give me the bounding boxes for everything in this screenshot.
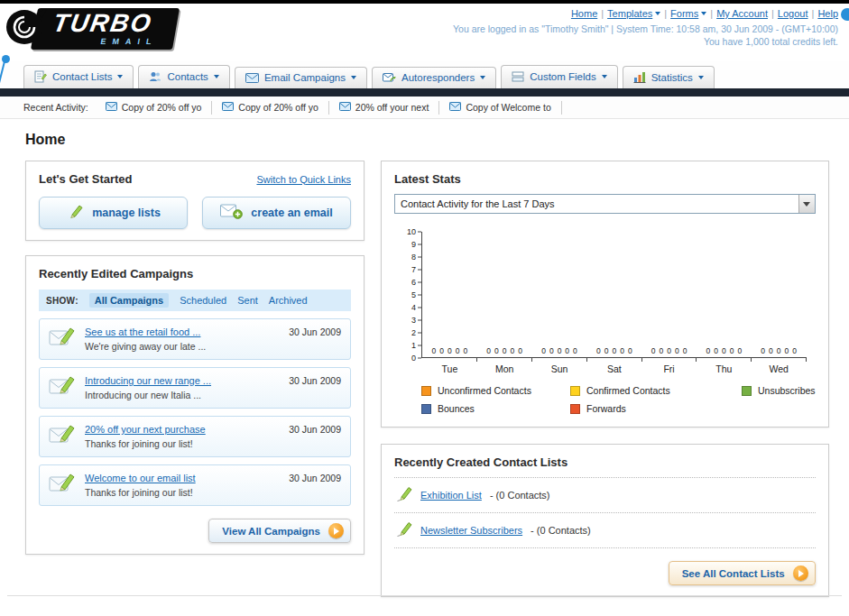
nav-logout-link[interactable]: Logout — [778, 8, 808, 19]
filter-all-campaigns[interactable]: All Campaigns — [89, 293, 169, 308]
logo-subtitle: EMAIL — [50, 38, 159, 46]
tab-autoresponders[interactable]: Autoresponders — [372, 67, 496, 88]
tab-statistics[interactable]: Statistics — [623, 66, 715, 88]
contact-list-meta: - (0 Contacts) — [490, 490, 550, 501]
chart-day-group: 00000Thu — [697, 232, 752, 357]
chevron-down-icon — [698, 76, 704, 79]
chevron-down-icon — [351, 76, 356, 79]
chevron-down-icon — [480, 76, 485, 79]
chart-day-group: 00000Sun — [532, 232, 587, 357]
recent-activity-item[interactable]: Copy of Welcome to — [439, 101, 561, 115]
contact-list-item: Newsletter Subscribers - (0 Contacts) — [394, 513, 816, 548]
stats-period-select[interactable]: Contact Activity for the Last 7 Days — [394, 194, 816, 214]
legend-label: Forwards — [586, 403, 626, 414]
legend-swatch — [570, 386, 580, 396]
envelope-pencil-icon — [49, 472, 76, 497]
select-dropdown-box — [798, 195, 815, 213]
chart-day-group: 00000Fri — [641, 232, 697, 357]
recent-activity-text: Copy of 20% off yo — [122, 102, 202, 113]
legend-swatch — [570, 404, 580, 414]
nav-forms-link[interactable]: Forms — [670, 8, 706, 19]
chart-value-labels: 00000 — [422, 347, 477, 355]
tab-label: Autoresponders — [401, 72, 475, 83]
chevron-down-icon — [117, 75, 123, 78]
create-email-button[interactable]: create an email — [202, 197, 351, 229]
nav-separator: | — [664, 8, 667, 19]
chart-x-label: Fri — [641, 363, 697, 374]
contact-list-name-link[interactable]: Newsletter Subscribers — [420, 525, 522, 536]
nav-templates-link[interactable]: Templates — [607, 8, 660, 19]
recent-activity-item[interactable]: 20% off your next — [329, 101, 440, 115]
contact-list-name-link[interactable]: Exhibition List — [420, 490, 482, 501]
manage-lists-button[interactable]: manage lists — [39, 197, 188, 229]
campaign-title-link[interactable]: Introducing our new range ... — [85, 375, 211, 386]
recent-activity-item[interactable]: Copy of 20% off yo — [212, 101, 329, 115]
nav-home-link[interactable]: Home — [571, 8, 597, 19]
campaign-title-link[interactable]: See us at the retail food ... — [85, 326, 206, 337]
stats-period-value: Contact Activity for the Last 7 Days — [401, 198, 555, 209]
y-axis-tick: 4 — [411, 304, 421, 312]
app-logo[interactable]: TURBO EMAIL — [5, 7, 176, 51]
chart-x-label: Mon — [477, 363, 532, 374]
show-label: SHOW: — [46, 296, 78, 306]
recent-campaigns-panel: Recently Edited Campaigns SHOW: All Camp… — [25, 255, 365, 555]
tab-label: Contacts — [167, 71, 208, 82]
envelope-plus-icon — [220, 204, 243, 222]
chart-day-group: 00000Sat — [586, 232, 641, 357]
y-axis-tick: 5 — [411, 291, 421, 299]
legend-label: Unsubscribes — [758, 385, 816, 396]
envelope-pencil-icon — [49, 326, 76, 351]
chart-x-label: Tue — [422, 363, 477, 374]
envelope-icon — [339, 102, 351, 113]
chart-value-labels: 00000 — [641, 347, 697, 355]
nav-templates-label: Templates — [607, 8, 652, 19]
recent-activity-item[interactable]: Copy of 20% off yo — [96, 101, 213, 115]
y-axis-tick: 7 — [411, 266, 421, 274]
envelope-icon — [106, 102, 117, 113]
recent-campaigns-title: Recently Edited Campaigns — [39, 267, 351, 280]
see-all-contact-lists-button[interactable]: See All Contact Lists — [669, 561, 816, 585]
campaign-title-link[interactable]: 20% off your next purchase — [85, 424, 206, 435]
switch-quick-links-link[interactable]: Switch to Quick Links — [256, 174, 351, 185]
manage-lists-label: manage lists — [92, 207, 161, 219]
campaign-date: 30 Jun 2009 — [289, 424, 341, 435]
chevron-down-icon — [602, 75, 607, 78]
pencil-icon — [396, 486, 412, 504]
filter-sent[interactable]: Sent — [237, 295, 258, 306]
filter-scheduled[interactable]: Scheduled — [180, 295, 226, 306]
chevron-down-icon — [214, 75, 219, 78]
nav-separator: | — [710, 8, 713, 19]
right-column: Latest Stats Contact Activity for the La… — [381, 161, 829, 597]
legend-item: Forwards — [570, 403, 742, 414]
campaign-title-link[interactable]: Welcome to our email list — [85, 473, 196, 483]
view-all-campaigns-button[interactable]: View All Campaigns — [208, 519, 351, 543]
nav-separator: | — [771, 8, 774, 19]
y-axis-tick: 8 — [411, 253, 421, 262]
tab-email-campaigns[interactable]: Email Campaigns — [235, 67, 367, 88]
y-axis-tick: 0 — [411, 354, 421, 363]
tab-label: Statistics — [651, 72, 693, 83]
tab-contact-lists[interactable]: Contact Lists — [23, 65, 134, 88]
envelope-pencil-icon — [49, 374, 76, 400]
chart-x-label: Thu — [697, 363, 752, 374]
logo-box: TURBO EMAIL — [31, 8, 180, 50]
nav-help-link[interactable]: Help — [817, 8, 838, 19]
app-page: TURBO EMAIL Home | Templates | Forms | M… — [0, 0, 849, 616]
campaign-row: 20% off your next purchase Thanks for jo… — [39, 416, 351, 457]
top-nav: Home | Templates | Forms | My Account | … — [453, 8, 838, 19]
nav-my-account-link[interactable]: My Account — [716, 8, 768, 19]
legend-item: Bounces — [421, 403, 570, 414]
contacts-icon — [149, 70, 161, 83]
y-axis-tick: 1 — [411, 342, 421, 350]
legend-swatch — [421, 404, 431, 414]
latest-stats-panel: Latest Stats Contact Activity for the La… — [381, 161, 829, 428]
filter-archived[interactable]: Archived — [269, 295, 308, 306]
tab-contacts[interactable]: Contacts — [138, 65, 229, 88]
recent-activity-label: Recent Activity: — [23, 102, 88, 113]
campaign-subtitle: We're giving away our late ... — [85, 341, 206, 352]
pencil-icon — [396, 521, 412, 539]
tab-custom-fields[interactable]: Custom Fields — [501, 65, 618, 88]
recent-contact-lists-panel: Recently Created Contact Lists Exhibitio… — [381, 444, 829, 597]
y-axis-tick: 3 — [411, 317, 421, 325]
chart-legend: Unconfirmed Contacts Confirmed Contacts … — [421, 385, 816, 414]
